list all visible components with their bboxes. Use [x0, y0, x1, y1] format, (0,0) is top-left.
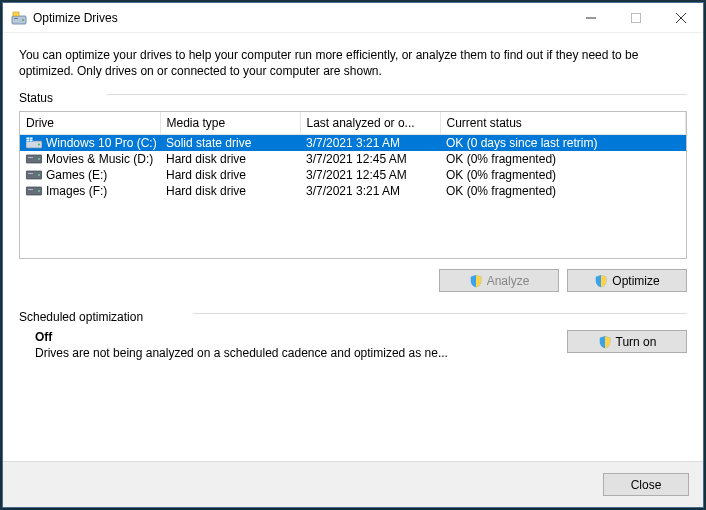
current-status: OK (0% fragmented) [440, 183, 686, 199]
last-analyzed: 3/7/2021 12:45 AM [300, 167, 440, 183]
media-type: Solid state drive [160, 135, 300, 152]
app-icon [11, 10, 27, 26]
svg-rect-1 [14, 18, 18, 19]
schedule-section-label: Scheduled optimization [19, 310, 143, 324]
svg-point-20 [38, 174, 40, 176]
col-drive[interactable]: Drive [20, 112, 160, 135]
drive-name: Movies & Music (D:) [46, 152, 153, 166]
svg-rect-16 [28, 157, 33, 158]
svg-point-9 [38, 144, 40, 146]
svg-point-23 [38, 190, 40, 192]
optimize-label: Optimize [612, 274, 659, 288]
table-row[interactable]: Movies & Music (D:)Hard disk drive3/7/20… [20, 151, 686, 167]
table-row[interactable]: Windows 10 Pro (C:)Solid state drive3/7/… [20, 135, 686, 152]
schedule-description: Drives are not being analyzed on a sched… [35, 346, 465, 360]
optimize-button[interactable]: Optimize [567, 269, 687, 292]
drives-table[interactable]: Drive Media type Last analyzed or o... C… [19, 111, 687, 259]
current-status: OK (0 days since last retrim) [440, 135, 686, 152]
close-button[interactable] [658, 3, 703, 32]
titlebar: Optimize Drives [3, 3, 703, 33]
col-current[interactable]: Current status [440, 112, 686, 135]
svg-rect-11 [27, 138, 30, 140]
turn-on-button[interactable]: Turn on [567, 330, 687, 353]
minimize-button[interactable] [568, 3, 613, 32]
analyze-button[interactable]: Analyze [439, 269, 559, 292]
window-controls [568, 3, 703, 32]
dialog-footer: Close [3, 461, 703, 507]
drive-icon [26, 137, 42, 149]
drive-icon [26, 169, 42, 181]
table-row[interactable]: Images (F:)Hard disk drive3/7/2021 3:21 … [20, 183, 686, 199]
status-section-label: Status [19, 91, 63, 105]
divider [193, 313, 687, 314]
svg-point-17 [38, 158, 40, 160]
drive-name: Images (F:) [46, 184, 107, 198]
svg-rect-14 [30, 140, 33, 142]
window-title: Optimize Drives [33, 11, 568, 25]
drive-name: Windows 10 Pro (C:) [46, 136, 157, 150]
svg-rect-3 [13, 12, 19, 16]
table-row[interactable]: Games (E:)Hard disk drive3/7/2021 12:45 … [20, 167, 686, 183]
drive-icon [26, 185, 42, 197]
col-media[interactable]: Media type [160, 112, 300, 135]
media-type: Hard disk drive [160, 151, 300, 167]
drive-name: Games (E:) [46, 168, 107, 182]
last-analyzed: 3/7/2021 12:45 AM [300, 151, 440, 167]
analyze-label: Analyze [487, 274, 530, 288]
svg-rect-19 [28, 173, 33, 174]
shield-icon [469, 274, 483, 288]
col-analyzed[interactable]: Last analyzed or o... [300, 112, 440, 135]
maximize-button[interactable] [613, 3, 658, 32]
media-type: Hard disk drive [160, 183, 300, 199]
svg-point-2 [22, 19, 24, 21]
schedule-state: Off [35, 330, 567, 344]
svg-rect-13 [27, 140, 30, 142]
media-type: Hard disk drive [160, 167, 300, 183]
turn-on-label: Turn on [616, 335, 657, 349]
optimize-drives-window: Optimize Drives You can optimize your dr… [2, 2, 704, 508]
close-label: Close [631, 478, 662, 492]
svg-rect-12 [30, 138, 33, 140]
current-status: OK (0% fragmented) [440, 167, 686, 183]
close-dialog-button[interactable]: Close [603, 473, 689, 496]
shield-icon [594, 274, 608, 288]
last-analyzed: 3/7/2021 3:21 AM [300, 183, 440, 199]
last-analyzed: 3/7/2021 3:21 AM [300, 135, 440, 152]
intro-text: You can optimize your drives to help you… [19, 47, 687, 79]
table-header-row: Drive Media type Last analyzed or o... C… [20, 112, 686, 135]
shield-icon [598, 335, 612, 349]
divider [107, 94, 687, 95]
svg-rect-5 [631, 13, 640, 22]
current-status: OK (0% fragmented) [440, 151, 686, 167]
svg-rect-22 [28, 189, 33, 190]
drive-icon [26, 153, 42, 165]
